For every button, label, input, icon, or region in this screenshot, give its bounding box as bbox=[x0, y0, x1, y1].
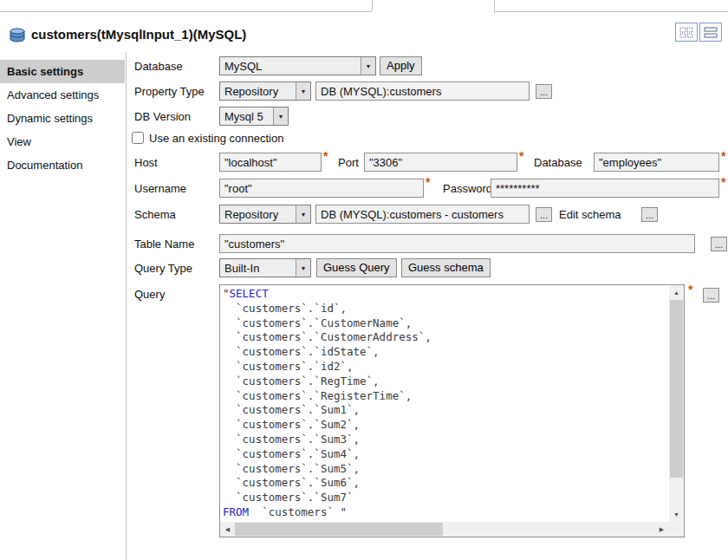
query-type-dropdown[interactable]: Built-In ▼ bbox=[219, 258, 311, 277]
schema-type-dropdown[interactable]: Repository ▼ bbox=[219, 205, 311, 224]
scrollbar-corner bbox=[669, 522, 684, 537]
grid-layout-icon bbox=[679, 27, 693, 38]
database-required-mark: * bbox=[721, 149, 725, 163]
database-name-label: Database bbox=[534, 156, 582, 169]
username-required-mark: * bbox=[426, 175, 430, 189]
host-input[interactable] bbox=[219, 153, 322, 172]
chevron-down-icon: ▼ bbox=[273, 107, 288, 125]
sidebar-item-advanced-settings[interactable]: Advanced settings bbox=[0, 83, 125, 107]
password-required-mark: * bbox=[721, 175, 725, 189]
existing-connection-label: Use an existing connection bbox=[149, 132, 283, 145]
query-required-mark: * bbox=[688, 283, 692, 296]
rows-layout-icon bbox=[704, 27, 718, 38]
query-label: Query bbox=[134, 288, 165, 301]
query-browse-button[interactable]: ... bbox=[703, 288, 719, 303]
active-tab-edge-right bbox=[494, 0, 495, 11]
schema-label: Schema bbox=[134, 208, 176, 221]
property-type-label: Property Type bbox=[134, 85, 205, 98]
database-name-input[interactable] bbox=[594, 153, 719, 172]
db-version-label: DB Version bbox=[134, 110, 191, 123]
active-tab-edge-left bbox=[372, 0, 373, 11]
password-label: Password bbox=[443, 182, 492, 195]
scroll-left-icon[interactable]: ◀ bbox=[220, 522, 235, 537]
database-type-value: MySQL bbox=[220, 60, 361, 73]
tab-strip-line-right bbox=[494, 11, 728, 12]
sidebar-separator bbox=[126, 52, 127, 560]
schema-type-value: Repository bbox=[220, 208, 296, 221]
tab-strip-line-left bbox=[0, 11, 372, 12]
apply-button[interactable]: Apply bbox=[380, 56, 422, 75]
scroll-right-icon[interactable]: ▶ bbox=[654, 522, 669, 537]
chevron-down-icon: ▼ bbox=[296, 259, 310, 277]
chevron-down-icon: ▼ bbox=[361, 57, 375, 75]
query-text[interactable]: "SELECT `customers`.`id`, `customers`.`C… bbox=[223, 287, 667, 520]
query-type-value: Built-In bbox=[220, 262, 296, 275]
table-name-browse-button[interactable]: ... bbox=[711, 237, 727, 251]
sidebar-item-basic-settings[interactable]: Basic settings bbox=[0, 60, 125, 83]
property-type-value: Repository bbox=[220, 85, 296, 98]
query-vertical-scrollbar[interactable]: ▲ ▼ bbox=[669, 285, 684, 522]
horizontal-scroll-thumb[interactable] bbox=[235, 523, 443, 536]
schema-browse-button[interactable]: ... bbox=[536, 207, 552, 222]
grid-layout-toggle-button[interactable] bbox=[675, 23, 698, 42]
host-required-mark: * bbox=[323, 149, 328, 163]
property-repository-field[interactable] bbox=[315, 81, 530, 101]
db-version-value: Mysql 5 bbox=[220, 110, 273, 123]
query-horizontal-scrollbar[interactable]: ◀ ▶ bbox=[220, 522, 669, 537]
sidebar-item-dynamic-settings[interactable]: Dynamic settings bbox=[0, 107, 125, 130]
table-name-input[interactable] bbox=[219, 234, 695, 253]
query-editor[interactable]: "SELECT `customers`.`id`, `customers`.`C… bbox=[219, 284, 685, 537]
db-version-dropdown[interactable]: Mysql 5 ▼ bbox=[219, 107, 289, 126]
sidebar-item-view[interactable]: View bbox=[0, 130, 125, 153]
rows-layout-toggle-button[interactable] bbox=[699, 23, 722, 42]
database-type-dropdown[interactable]: MySQL ▼ bbox=[219, 56, 376, 75]
edit-schema-browse-button[interactable]: ... bbox=[641, 207, 658, 222]
table-name-label: Table Name bbox=[134, 238, 194, 251]
chevron-down-icon: ▼ bbox=[296, 205, 310, 223]
username-label: Username bbox=[134, 182, 186, 195]
property-type-dropdown[interactable]: Repository ▼ bbox=[219, 81, 311, 101]
port-input[interactable] bbox=[364, 153, 517, 172]
port-label: Port bbox=[338, 156, 359, 169]
sidebar-item-documentation[interactable]: Documentation bbox=[0, 153, 125, 177]
database-type-label: Database bbox=[134, 60, 183, 73]
username-input[interactable] bbox=[219, 179, 424, 198]
host-label: Host bbox=[134, 156, 158, 169]
component-settings-panel: customers(tMysqlInput_1)(MySQL) Basic se… bbox=[0, 0, 728, 560]
scroll-down-icon[interactable]: ▼ bbox=[669, 507, 684, 522]
scroll-up-icon[interactable]: ▲ bbox=[669, 285, 684, 300]
query-type-label: Query Type bbox=[134, 262, 192, 275]
password-input[interactable] bbox=[491, 179, 719, 198]
database-component-icon bbox=[8, 27, 27, 43]
guess-query-button[interactable]: Guess Query bbox=[316, 258, 397, 277]
existing-connection-checkbox[interactable] bbox=[132, 132, 144, 144]
guess-schema-button[interactable]: Guess schema bbox=[401, 258, 491, 277]
vertical-scroll-thumb[interactable] bbox=[670, 300, 683, 478]
edit-schema-label: Edit schema bbox=[559, 208, 621, 221]
panel-title: customers(tMysqlInput_1)(MySQL) bbox=[31, 27, 246, 42]
schema-field[interactable] bbox=[315, 205, 530, 224]
property-browse-button[interactable]: ... bbox=[536, 84, 552, 99]
chevron-down-icon: ▼ bbox=[296, 82, 310, 100]
port-required-mark: * bbox=[519, 149, 523, 163]
